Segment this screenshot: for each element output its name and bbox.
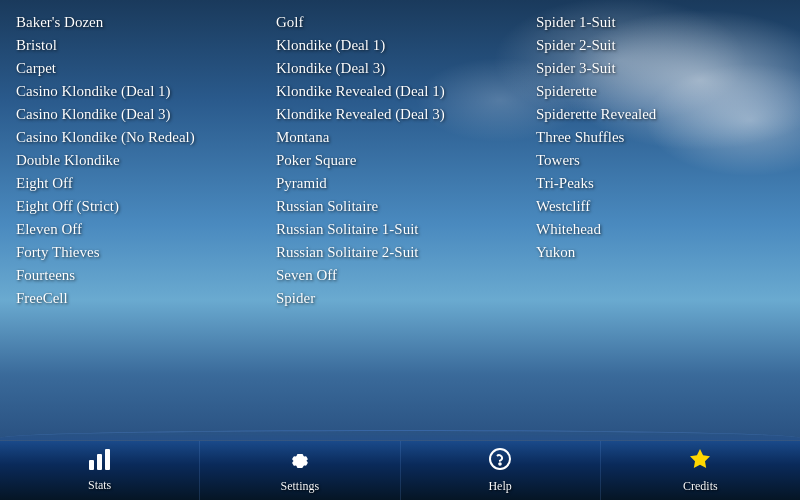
help-label: Help — [488, 479, 511, 494]
game-item-eight-off--strict-[interactable]: Eight Off (Strict) — [10, 196, 270, 217]
game-item-westcliff[interactable]: Westcliff — [530, 196, 790, 217]
svg-point-4 — [499, 463, 501, 465]
game-item-spider-1-suit[interactable]: Spider 1-Suit — [530, 12, 790, 33]
stats-icon — [88, 448, 112, 476]
game-item-casino-klondike--deal-1-[interactable]: Casino Klondike (Deal 1) — [10, 81, 270, 102]
help-icon — [488, 447, 512, 477]
game-item-russian-solitaire-2-suit[interactable]: Russian Solitaire 2-Suit — [270, 242, 530, 263]
game-item-russian-solitaire-1-suit[interactable]: Russian Solitaire 1-Suit — [270, 219, 530, 240]
game-item-spiderette-revealed[interactable]: Spiderette Revealed — [530, 104, 790, 125]
game-item-yukon[interactable]: Yukon — [530, 242, 790, 263]
game-item-spider-2-suit[interactable]: Spider 2-Suit — [530, 35, 790, 56]
game-item-montana[interactable]: Montana — [270, 127, 530, 148]
game-item-double-klondike[interactable]: Double Klondike — [10, 150, 270, 171]
game-column-2: Spider 1-SuitSpider 2-SuitSpider 3-SuitS… — [530, 12, 790, 432]
svg-point-3 — [490, 449, 510, 469]
game-item-tri-peaks[interactable]: Tri-Peaks — [530, 173, 790, 194]
game-item-poker-square[interactable]: Poker Square — [270, 150, 530, 171]
game-item-spider-3-suit[interactable]: Spider 3-Suit — [530, 58, 790, 79]
game-item-carpet[interactable]: Carpet — [10, 58, 270, 79]
game-item-klondike-revealed--deal-3-[interactable]: Klondike Revealed (Deal 3) — [270, 104, 530, 125]
game-item-klondike-revealed--deal-1-[interactable]: Klondike Revealed (Deal 1) — [270, 81, 530, 102]
game-item-freecell[interactable]: FreeCell — [10, 288, 270, 309]
svg-rect-2 — [105, 449, 110, 470]
game-item-seven-off[interactable]: Seven Off — [270, 265, 530, 286]
nav-item-help[interactable]: Help — [401, 441, 601, 500]
game-column-0: Baker's DozenBristolCarpetCasino Klondik… — [10, 12, 270, 432]
game-item-klondike--deal-3-[interactable]: Klondike (Deal 3) — [270, 58, 530, 79]
game-item-russian-solitaire[interactable]: Russian Solitaire — [270, 196, 530, 217]
game-item-baker-s-dozen[interactable]: Baker's Dozen — [10, 12, 270, 33]
game-list-container: Baker's DozenBristolCarpetCasino Klondik… — [0, 0, 800, 440]
game-item-spider[interactable]: Spider — [270, 288, 530, 309]
game-item-eight-off[interactable]: Eight Off — [10, 173, 270, 194]
game-item-fourteens[interactable]: Fourteens — [10, 265, 270, 286]
game-item-golf[interactable]: Golf — [270, 12, 530, 33]
credits-label: Credits — [683, 479, 718, 494]
game-item-pyramid[interactable]: Pyramid — [270, 173, 530, 194]
credits-icon — [688, 447, 712, 477]
game-item-eleven-off[interactable]: Eleven Off — [10, 219, 270, 240]
nav-item-settings[interactable]: Settings — [200, 441, 400, 500]
game-item-casino-klondike--no-redeal-[interactable]: Casino Klondike (No Redeal) — [10, 127, 270, 148]
game-item-three-shuffles[interactable]: Three Shuffles — [530, 127, 790, 148]
game-item-spiderette[interactable]: Spiderette — [530, 81, 790, 102]
settings-label: Settings — [281, 479, 320, 494]
game-item-bristol[interactable]: Bristol — [10, 35, 270, 56]
nav-item-stats[interactable]: Stats — [0, 441, 200, 500]
svg-marker-5 — [690, 449, 710, 468]
game-item-forty-thieves[interactable]: Forty Thieves — [10, 242, 270, 263]
game-item-towers[interactable]: Towers — [530, 150, 790, 171]
game-item-whitehead[interactable]: Whitehead — [530, 219, 790, 240]
svg-rect-1 — [97, 454, 102, 470]
nav-bar: Stats Settings Help Credits — [0, 440, 800, 500]
stats-label: Stats — [88, 478, 111, 493]
nav-item-credits[interactable]: Credits — [601, 441, 800, 500]
settings-icon — [288, 447, 312, 477]
game-column-1: GolfKlondike (Deal 1)Klondike (Deal 3)Kl… — [270, 12, 530, 432]
game-item-casino-klondike--deal-3-[interactable]: Casino Klondike (Deal 3) — [10, 104, 270, 125]
svg-rect-0 — [89, 460, 94, 470]
game-item-klondike--deal-1-[interactable]: Klondike (Deal 1) — [270, 35, 530, 56]
